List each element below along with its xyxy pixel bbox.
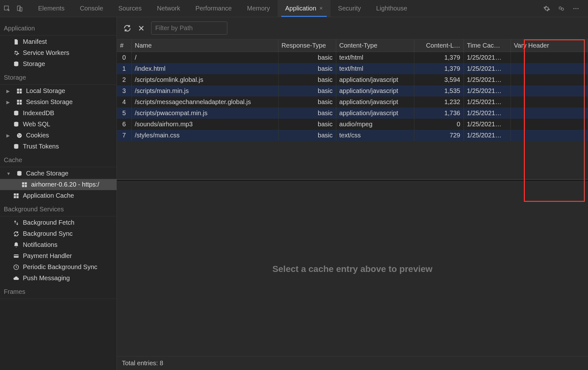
sidebar-item-label: Push Messaging — [23, 274, 70, 282]
sidebar-item-session-storage[interactable]: ▶Session Storage — [0, 96, 117, 108]
svg-point-5 — [573, 8, 575, 9]
svg-rect-26 — [25, 182, 27, 184]
sidebar-section-cache: Cache — [0, 152, 117, 167]
close-icon[interactable]: × — [319, 5, 323, 12]
cell-idx: 3 — [117, 85, 131, 96]
tab-console[interactable]: Console — [72, 0, 110, 17]
cell-ctype: application/javascript — [336, 108, 414, 119]
db-icon — [13, 143, 20, 150]
chevron-down-icon[interactable]: ▼ — [6, 171, 11, 176]
filter-input[interactable] — [151, 22, 227, 35]
table-row[interactable]: 4/scripts/messagechanneladapter.global.j… — [117, 96, 588, 108]
application-sidebar[interactable]: ApplicationManifestService WorkersStorag… — [0, 17, 117, 370]
gear-icon — [13, 50, 20, 56]
sidebar-item-push-messaging[interactable]: Push Messaging — [0, 273, 117, 284]
sidebar-section-background-services: Background Services — [0, 201, 117, 216]
sidebar-item-label: Service Workers — [23, 49, 69, 56]
col-response-type[interactable]: Response-Type — [278, 39, 336, 52]
col-name[interactable]: Name — [131, 39, 278, 52]
tab-network[interactable]: Network — [149, 0, 188, 17]
settings-gear-icon[interactable] — [542, 4, 551, 13]
table-row[interactable]: 1/index.htmlbasictext/html1,3791/25/2021… — [117, 63, 588, 74]
svg-rect-28 — [25, 185, 27, 187]
col-vary-header[interactable]: Vary Header — [511, 39, 588, 52]
inspect-icon[interactable] — [3, 4, 11, 13]
more-tools-icon[interactable] — [557, 4, 566, 13]
chevron-right-icon[interactable]: ▶ — [6, 133, 11, 138]
refresh-icon[interactable] — [123, 24, 131, 32]
cell-ctype: application/javascript — [336, 96, 414, 108]
sidebar-item-label: Background Sync — [23, 230, 73, 237]
sidebar-item-web-sql[interactable]: Web SQL — [0, 119, 117, 130]
table-row[interactable]: 6/sounds/airhorn.mp3basicaudio/mpeg01/25… — [117, 119, 588, 130]
tab-memory[interactable]: Memory — [239, 0, 277, 17]
col-index[interactable]: # — [117, 39, 131, 52]
kebab-menu-icon[interactable] — [571, 4, 580, 13]
cell-name: /index.html — [131, 63, 278, 74]
sidebar-item-local-storage[interactable]: ▶Local Storage — [0, 85, 117, 96]
preview-empty-message: Select a cache entry above to preview — [272, 264, 432, 274]
svg-point-20 — [18, 134, 19, 135]
sidebar-item-label: IndexedDB — [23, 109, 54, 117]
sidebar-item-manifest[interactable]: Manifest — [0, 36, 117, 47]
sidebar-item-label: Periodic Background Sync — [23, 263, 97, 271]
tab-application[interactable]: Application× — [277, 0, 330, 17]
col-content-type[interactable]: Content-Type — [336, 39, 414, 52]
svg-rect-15 — [17, 102, 19, 104]
sidebar-item-label: Storage — [23, 60, 45, 68]
total-entries-label: Total entries: 8 — [122, 360, 163, 367]
cell-resp: basic — [278, 130, 336, 141]
sidebar-item-notifications[interactable]: Notifications — [0, 239, 117, 250]
sidebar-item-service-workers[interactable]: Service Workers — [0, 47, 117, 58]
svg-rect-25 — [22, 182, 24, 184]
sidebar-item-cookies[interactable]: ▶Cookies — [0, 130, 117, 141]
sidebar-item-airhorner-0-6-20-https-[interactable]: airhorner-0.6.20 - https:/ — [0, 179, 117, 190]
sidebar-item-application-cache[interactable]: Application Cache — [0, 190, 117, 201]
tab-sources[interactable]: Sources — [111, 0, 149, 17]
table-row[interactable]: 7/styles/main.cssbasictext/css7291/25/20… — [117, 130, 588, 141]
table-row[interactable]: 2/scripts/comlink.global.jsbasicapplicat… — [117, 74, 588, 85]
chevron-right-icon[interactable]: ▶ — [6, 89, 11, 94]
sidebar-item-cache-storage[interactable]: ▼Cache Storage — [0, 168, 117, 179]
table-row[interactable]: 0/basictext/html1,3791/25/2021… — [117, 52, 588, 63]
col-time-cached[interactable]: Time Cac… — [464, 39, 511, 52]
table-empty-space — [117, 141, 588, 179]
sidebar-item-trust-tokens[interactable]: Trust Tokens — [0, 141, 117, 152]
tab-label: Application — [285, 5, 316, 12]
tab-performance[interactable]: Performance — [188, 0, 240, 17]
sidebar-item-background-sync[interactable]: Background Sync — [0, 228, 117, 239]
svg-point-22 — [19, 136, 20, 137]
sidebar-item-label: Trust Tokens — [23, 143, 59, 150]
cell-clen: 1,232 — [414, 96, 464, 108]
topbar-right — [537, 4, 585, 13]
cloud-icon — [13, 275, 20, 282]
table-row[interactable]: 5/scripts/pwacompat.min.jsbasicapplicati… — [117, 108, 588, 119]
sidebar-item-payment-handler[interactable]: Payment Handler — [0, 250, 117, 261]
cell-idx: 6 — [117, 119, 131, 130]
grid-icon — [16, 88, 23, 95]
svg-rect-12 — [20, 91, 22, 93]
cell-resp: basic — [278, 52, 336, 63]
cell-ctype: application/javascript — [336, 85, 414, 96]
cell-time: 1/25/2021… — [464, 96, 511, 108]
tab-lighthouse[interactable]: Lighthouse — [369, 0, 415, 17]
tab-elements[interactable]: Elements — [30, 0, 72, 17]
sidebar-item-label: Application Cache — [23, 192, 74, 199]
sidebar-item-periodic-background-sync[interactable]: Periodic Background Sync — [0, 261, 117, 273]
svg-rect-10 — [20, 89, 22, 91]
table-row[interactable]: 3/scripts/main.min.jsbasicapplication/ja… — [117, 85, 588, 96]
close-icon[interactable] — [137, 24, 145, 32]
tab-security[interactable]: Security — [331, 0, 369, 17]
sidebar-item-background-fetch[interactable]: Background Fetch — [0, 217, 117, 228]
device-toggle-icon[interactable] — [15, 4, 24, 13]
chevron-right-icon[interactable]: ▶ — [6, 100, 11, 105]
cell-vary — [511, 52, 588, 63]
cell-vary — [511, 130, 588, 141]
sidebar-item-indexeddb[interactable]: IndexedDB — [0, 108, 117, 119]
cell-ctype: text/html — [336, 52, 414, 63]
horizontal-resize-handle[interactable] — [117, 179, 588, 182]
sidebar-item-label: Cache Storage — [26, 170, 68, 177]
sidebar-item-label: Web SQL — [23, 121, 50, 128]
col-content-length[interactable]: Content-L… — [414, 39, 464, 52]
sidebar-item-storage[interactable]: Storage — [0, 58, 117, 69]
